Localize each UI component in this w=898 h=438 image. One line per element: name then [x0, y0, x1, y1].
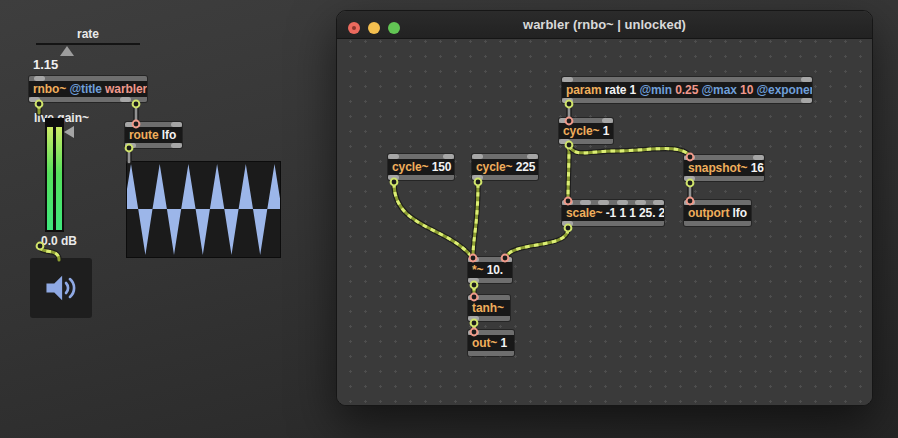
object-multiply[interactable]: *~ 10. [468, 257, 512, 283]
object-cycle-150[interactable]: cycle~ 150 [388, 154, 454, 180]
scope-waveform [127, 162, 280, 257]
gain-meter-bar-right [56, 127, 62, 230]
object-out[interactable]: out~ 1 [468, 330, 514, 356]
max-desktop: { "desktop": { "slider_label": "rate", "… [0, 0, 898, 438]
audio-output-button[interactable] [30, 258, 92, 318]
object-cycle-225[interactable]: cycle~ 225 [472, 154, 538, 180]
rate-slider-label: rate [36, 27, 140, 41]
window-title: warbler (rnbo~ | unlocked) [337, 17, 872, 32]
object-text: route lfo [125, 127, 182, 143]
window-titlebar[interactable]: warbler (rnbo~ | unlocked) [337, 11, 872, 39]
object-text: cycle~ 225 [472, 159, 538, 175]
object-snapshot[interactable]: snapshot~ 16 [684, 155, 764, 181]
object-text: rnbo~ @title warbler [29, 81, 147, 97]
rate-slider-handle[interactable] [60, 46, 74, 56]
object-param[interactable]: param rate 1 @min 0.25 @max 10 @exponent… [562, 77, 812, 103]
speaker-icon [42, 272, 80, 304]
gain-slider-handle[interactable] [64, 126, 74, 138]
object-tanh[interactable]: tanh~ [468, 295, 510, 321]
object-text: *~ 10. [468, 262, 512, 278]
object-text: tanh~ [468, 300, 510, 316]
object-outport[interactable]: outport lfo [684, 200, 751, 226]
object-scale[interactable]: scale~ -1 1 1 25. 2 [562, 200, 664, 226]
object-text: scale~ -1 1 1 25. 2 [562, 205, 664, 221]
live-gain-meter[interactable] [45, 118, 64, 232]
object-text: out~ 1 [468, 335, 514, 351]
number-box-value[interactable]: 1.15 [33, 57, 58, 72]
object-text: cycle~ 150 [388, 159, 454, 175]
db-readout: 0.0 dB [41, 234, 77, 248]
object-route[interactable]: route lfo [125, 122, 182, 148]
scope-display [126, 161, 281, 258]
object-rnbo[interactable]: rnbo~ @title warbler [29, 76, 147, 102]
object-cycle-1[interactable]: cycle~ 1 [559, 118, 613, 144]
object-text: param rate 1 @min 0.25 @max 10 @exponent… [562, 82, 812, 98]
object-text: snapshot~ 16 [684, 160, 764, 176]
object-text: outport lfo [684, 205, 751, 221]
gain-meter-bar-left [47, 127, 53, 230]
object-text: cycle~ 1 [559, 123, 613, 139]
rate-slider-track[interactable] [36, 43, 140, 45]
